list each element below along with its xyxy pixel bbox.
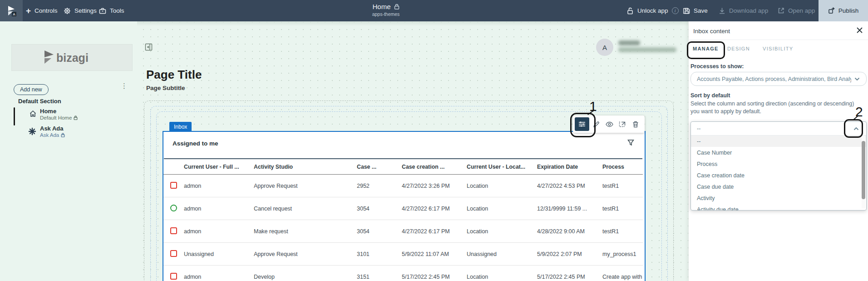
bizagi-logo: bizagi	[38, 49, 106, 67]
cell-creation-date: 4/27/2022 6:17 PM	[402, 228, 467, 235]
case-status-icon	[170, 227, 177, 234]
column-header[interactable]: Current User - Full ...	[184, 164, 254, 170]
delete-widget-button[interactable]	[629, 117, 642, 131]
eye-icon	[606, 121, 613, 127]
home-icon	[29, 110, 37, 117]
cell-process: my_process1	[602, 251, 643, 257]
controls-menu[interactable]: + Controls	[26, 0, 57, 21]
case-status-icon	[170, 250, 177, 257]
sort-select-field[interactable]: --	[691, 122, 866, 135]
sidebar-item-ask-ada[interactable]: Ask Ada Ask Ada	[14, 125, 127, 144]
download-app-button[interactable]: Download app	[719, 0, 768, 21]
app-logo-card[interactable]: bizagi	[11, 44, 133, 71]
cell-expiration-date: 4/28/2022 9:00 AM	[537, 228, 602, 235]
svg-text:bizagi: bizagi	[56, 51, 89, 64]
unlock-icon	[627, 7, 634, 15]
sort-option[interactable]: Case due date	[691, 181, 866, 192]
sidebar-item-home[interactable]: Home Default Home	[14, 107, 127, 126]
cell-location: Location	[467, 274, 537, 280]
close-panel-icon[interactable]	[856, 27, 863, 34]
page-context: Home apps-themes	[354, 3, 418, 17]
tab-visibility[interactable]: VISIBILITY	[763, 46, 793, 51]
visibility-button[interactable]	[603, 117, 616, 131]
widget-type-tag: Inbox	[169, 122, 192, 131]
column-header[interactable]: Case creation ...	[402, 164, 467, 170]
sort-option[interactable]: Process	[691, 158, 866, 170]
download-app-label: Download app	[729, 7, 768, 14]
navbar-page-title: Home	[372, 3, 390, 10]
filter-icon[interactable]	[627, 139, 634, 146]
table-row[interactable]: Unassigned Approve Request 3101 5/9/2022…	[163, 243, 643, 266]
tab-design[interactable]: DESIGN	[727, 46, 750, 51]
annotation-ring-1	[570, 113, 596, 137]
sort-option[interactable]: Case Number	[691, 147, 866, 158]
cell-expiration-date: 5/17/2022 2:45 PM	[537, 274, 602, 280]
save-button[interactable]: Save	[683, 0, 708, 21]
cell-creation-date: 4/27/2022 6:17 PM	[402, 206, 467, 212]
unlock-app-label: Unlock app	[637, 7, 668, 14]
export-widget-button[interactable]	[616, 117, 629, 131]
cell-activity: Develop	[254, 274, 357, 280]
cell-creation-date: 5/17/2022 2:45 PM	[402, 274, 467, 280]
unlock-app-button[interactable]: Unlock app i	[627, 0, 679, 21]
dropdown-scrollbar-thumb[interactable]	[862, 141, 865, 199]
sort-by-default-label: Sort by default	[690, 92, 730, 99]
annotation-ring-2	[844, 119, 863, 138]
sort-option[interactable]: Activity	[691, 192, 866, 204]
processes-select-value: Accounts Payable, Actions process, Admin…	[697, 76, 851, 82]
kebab-menu-icon[interactable]: ⋮	[121, 84, 128, 88]
sort-option[interactable]: Case creation date	[691, 170, 866, 181]
column-header[interactable]: Current User - Locat...	[467, 164, 537, 170]
bizagi-brand-tile[interactable]: A	[0, 0, 23, 21]
trash-icon	[632, 121, 639, 128]
chevron-down-icon	[854, 77, 860, 81]
download-icon	[719, 7, 725, 14]
redacted-user-name	[618, 40, 640, 45]
processes-select[interactable]: Accounts Payable, Actions process, Admin…	[690, 72, 867, 86]
cell-user: admon	[184, 228, 254, 235]
cell-activity: Cancel request	[254, 206, 357, 212]
table-row[interactable]: admon Approve Request 2952 4/27/2022 3:2…	[163, 175, 643, 197]
table-row[interactable]: admon Develop 3151 5/17/2022 2:45 PM Loc…	[163, 266, 643, 281]
table-row[interactable]: admon Cancel request 3054 4/27/2022 6:17…	[163, 197, 643, 220]
add-new-button[interactable]: Add new	[14, 84, 49, 95]
save-icon	[683, 7, 690, 14]
settings-label: Settings	[74, 7, 97, 14]
case-status-icon	[170, 205, 177, 211]
column-header[interactable]: Expiration Date	[537, 164, 602, 170]
sidebar-item-title: Ask Ada	[40, 125, 64, 132]
case-status-icon	[170, 273, 177, 280]
publish-button[interactable]: Publish	[819, 0, 868, 21]
tools-menu[interactable]: Tools	[99, 0, 124, 21]
open-app-button[interactable]: Open app	[778, 0, 815, 21]
open-app-label: Open app	[788, 7, 815, 14]
plus-icon: +	[26, 6, 31, 16]
sort-select-value: --	[697, 125, 700, 132]
column-header[interactable]: Activity Studio	[254, 164, 357, 170]
export-icon	[619, 121, 626, 128]
sort-option[interactable]: --	[691, 135, 866, 147]
app-designer-window: A + Controls Settings Tools	[0, 0, 868, 281]
controls-label: Controls	[35, 7, 57, 14]
cell-case-number: 3151	[357, 274, 402, 280]
sidebar-item-subtitle: Default Home	[40, 115, 78, 120]
settings-menu[interactable]: Settings	[64, 0, 97, 21]
column-header[interactable]: Case ...	[357, 164, 402, 170]
tools-label: Tools	[110, 7, 124, 14]
lock-icon	[74, 115, 78, 120]
column-header[interactable]: Process	[602, 164, 643, 170]
table-row[interactable]: admon Make request 3054 4/27/2022 6:17 P…	[163, 220, 643, 243]
panel-divider	[688, 40, 868, 40]
inbox-table: Current User - Full ... Activity Studio …	[163, 159, 643, 281]
publish-icon	[828, 7, 835, 14]
tab-strip-divider	[164, 158, 642, 159]
sort-option[interactable]: Activity due date	[691, 204, 866, 211]
cell-user: admon	[184, 206, 254, 212]
tab-assigned-to-me[interactable]: Assigned to me	[173, 140, 218, 147]
sidebar-item-title: Home	[40, 108, 56, 115]
cell-creation-date: 4/27/2022 3:26 PM	[402, 183, 467, 189]
user-avatar[interactable]: A	[596, 39, 613, 56]
info-icon[interactable]: i	[672, 7, 679, 14]
toolbox-icon	[99, 7, 106, 15]
collapse-sidebar-icon[interactable]	[145, 43, 153, 51]
